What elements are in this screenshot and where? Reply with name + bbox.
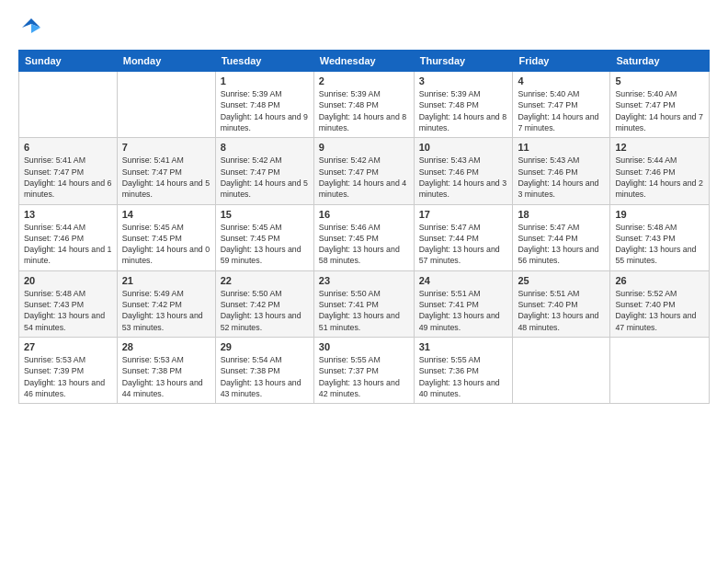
calendar-header-cell: Friday: [513, 51, 610, 72]
day-info: Sunrise: 5:39 AM Sunset: 7:48 PM Dayligh…: [221, 88, 309, 133]
calendar-header-cell: Saturday: [610, 51, 710, 72]
calendar-day-cell: 27Sunrise: 5:53 AM Sunset: 7:39 PM Dayli…: [19, 338, 118, 404]
day-number: 28: [122, 341, 210, 352]
calendar-day-cell: 31Sunrise: 5:55 AM Sunset: 7:36 PM Dayli…: [414, 338, 513, 404]
page: SundayMondayTuesdayWednesdayThursdayFrid…: [0, 0, 728, 563]
day-info: Sunrise: 5:55 AM Sunset: 7:37 PM Dayligh…: [319, 354, 409, 399]
day-number: 1: [221, 75, 309, 86]
calendar-header-cell: Wednesday: [313, 51, 414, 72]
day-number: 10: [419, 142, 508, 153]
day-number: 18: [518, 209, 605, 220]
calendar-day-cell: 29Sunrise: 5:54 AM Sunset: 7:38 PM Dayli…: [215, 338, 313, 404]
day-number: 24: [419, 275, 508, 286]
calendar-week-row: 27Sunrise: 5:53 AM Sunset: 7:39 PM Dayli…: [19, 338, 710, 404]
day-info: Sunrise: 5:44 AM Sunset: 7:46 PM Dayligh…: [615, 155, 704, 200]
day-number: 30: [319, 341, 409, 352]
day-info: Sunrise: 5:40 AM Sunset: 7:47 PM Dayligh…: [615, 88, 704, 133]
day-info: Sunrise: 5:51 AM Sunset: 7:40 PM Dayligh…: [518, 288, 605, 333]
day-number: 27: [24, 341, 112, 352]
day-number: 7: [122, 142, 210, 153]
calendar-day-cell: [19, 72, 118, 138]
day-info: Sunrise: 5:54 AM Sunset: 7:38 PM Dayligh…: [221, 354, 309, 399]
calendar-day-cell: 1Sunrise: 5:39 AM Sunset: 7:48 PM Daylig…: [215, 72, 313, 138]
day-info: Sunrise: 5:50 AM Sunset: 7:41 PM Dayligh…: [319, 288, 409, 333]
day-number: 29: [221, 341, 309, 352]
day-number: 11: [518, 142, 605, 153]
calendar-header-cell: Tuesday: [215, 51, 313, 72]
day-info: Sunrise: 5:48 AM Sunset: 7:43 PM Dayligh…: [615, 222, 704, 267]
day-number: 12: [615, 142, 704, 153]
day-number: 19: [615, 209, 704, 220]
calendar-week-row: 20Sunrise: 5:48 AM Sunset: 7:43 PM Dayli…: [19, 270, 710, 337]
calendar-week-row: 13Sunrise: 5:44 AM Sunset: 7:46 PM Dayli…: [19, 204, 710, 270]
calendar-day-cell: 13Sunrise: 5:44 AM Sunset: 7:46 PM Dayli…: [19, 204, 118, 270]
day-info: Sunrise: 5:53 AM Sunset: 7:39 PM Dayligh…: [24, 354, 112, 399]
logo-icon: [18, 15, 44, 40]
calendar-day-cell: 19Sunrise: 5:48 AM Sunset: 7:43 PM Dayli…: [610, 204, 710, 270]
calendar-header-cell: Sunday: [19, 51, 118, 72]
day-number: 4: [518, 75, 605, 86]
day-info: Sunrise: 5:40 AM Sunset: 7:47 PM Dayligh…: [518, 88, 605, 133]
calendar-week-row: 1Sunrise: 5:39 AM Sunset: 7:48 PM Daylig…: [19, 72, 710, 138]
day-number: 13: [24, 209, 112, 220]
day-number: 16: [319, 209, 409, 220]
day-info: Sunrise: 5:49 AM Sunset: 7:42 PM Dayligh…: [122, 288, 210, 333]
logo: [18, 15, 48, 40]
day-info: Sunrise: 5:47 AM Sunset: 7:44 PM Dayligh…: [419, 222, 508, 267]
calendar-day-cell: 4Sunrise: 5:40 AM Sunset: 7:47 PM Daylig…: [513, 72, 610, 138]
calendar-day-cell: 30Sunrise: 5:55 AM Sunset: 7:37 PM Dayli…: [313, 338, 414, 404]
day-info: Sunrise: 5:44 AM Sunset: 7:46 PM Dayligh…: [24, 222, 112, 267]
day-number: 31: [419, 341, 508, 352]
day-number: 21: [122, 275, 210, 286]
calendar-day-cell: 25Sunrise: 5:51 AM Sunset: 7:40 PM Dayli…: [513, 270, 610, 337]
calendar-day-cell: 7Sunrise: 5:41 AM Sunset: 7:47 PM Daylig…: [117, 138, 215, 204]
calendar-day-cell: 8Sunrise: 5:42 AM Sunset: 7:47 PM Daylig…: [215, 138, 313, 204]
day-number: 5: [615, 75, 704, 86]
calendar-day-cell: 21Sunrise: 5:49 AM Sunset: 7:42 PM Dayli…: [117, 270, 215, 337]
day-info: Sunrise: 5:55 AM Sunset: 7:36 PM Dayligh…: [419, 354, 508, 399]
calendar-header-row: SundayMondayTuesdayWednesdayThursdayFrid…: [19, 51, 710, 72]
calendar-header-cell: Thursday: [414, 51, 513, 72]
day-info: Sunrise: 5:52 AM Sunset: 7:40 PM Dayligh…: [615, 288, 704, 333]
day-info: Sunrise: 5:50 AM Sunset: 7:42 PM Dayligh…: [221, 288, 309, 333]
day-number: 15: [221, 209, 309, 220]
calendar-table: SundayMondayTuesdayWednesdayThursdayFrid…: [18, 50, 710, 404]
calendar-day-cell: 15Sunrise: 5:45 AM Sunset: 7:45 PM Dayli…: [215, 204, 313, 270]
calendar-day-cell: 22Sunrise: 5:50 AM Sunset: 7:42 PM Dayli…: [215, 270, 313, 337]
day-info: Sunrise: 5:39 AM Sunset: 7:48 PM Dayligh…: [319, 88, 409, 133]
calendar-day-cell: 17Sunrise: 5:47 AM Sunset: 7:44 PM Dayli…: [414, 204, 513, 270]
day-info: Sunrise: 5:51 AM Sunset: 7:41 PM Dayligh…: [419, 288, 508, 333]
day-number: 9: [319, 142, 409, 153]
day-info: Sunrise: 5:45 AM Sunset: 7:45 PM Dayligh…: [122, 222, 210, 267]
day-number: 23: [319, 275, 409, 286]
calendar-day-cell: [610, 338, 710, 404]
calendar-day-cell: 2Sunrise: 5:39 AM Sunset: 7:48 PM Daylig…: [313, 72, 414, 138]
day-info: Sunrise: 5:45 AM Sunset: 7:45 PM Dayligh…: [221, 222, 309, 267]
header: [18, 15, 710, 40]
day-number: 22: [221, 275, 309, 286]
day-number: 3: [419, 75, 508, 86]
day-number: 14: [122, 209, 210, 220]
day-number: 20: [24, 275, 112, 286]
day-info: Sunrise: 5:53 AM Sunset: 7:38 PM Dayligh…: [122, 354, 210, 399]
calendar-day-cell: 23Sunrise: 5:50 AM Sunset: 7:41 PM Dayli…: [313, 270, 414, 337]
day-number: 6: [24, 142, 112, 153]
day-info: Sunrise: 5:42 AM Sunset: 7:47 PM Dayligh…: [319, 155, 409, 200]
calendar-day-cell: 3Sunrise: 5:39 AM Sunset: 7:48 PM Daylig…: [414, 72, 513, 138]
day-info: Sunrise: 5:43 AM Sunset: 7:46 PM Dayligh…: [419, 155, 508, 200]
calendar-day-cell: 6Sunrise: 5:41 AM Sunset: 7:47 PM Daylig…: [19, 138, 118, 204]
calendar-day-cell: 5Sunrise: 5:40 AM Sunset: 7:47 PM Daylig…: [610, 72, 710, 138]
calendar-day-cell: 12Sunrise: 5:44 AM Sunset: 7:46 PM Dayli…: [610, 138, 710, 204]
day-info: Sunrise: 5:48 AM Sunset: 7:43 PM Dayligh…: [24, 288, 112, 333]
calendar-day-cell: [513, 338, 610, 404]
calendar-day-cell: [117, 72, 215, 138]
calendar-day-cell: 14Sunrise: 5:45 AM Sunset: 7:45 PM Dayli…: [117, 204, 215, 270]
day-number: 8: [221, 142, 309, 153]
calendar-header-cell: Monday: [117, 51, 215, 72]
calendar-day-cell: 20Sunrise: 5:48 AM Sunset: 7:43 PM Dayli…: [19, 270, 118, 337]
calendar-body: 1Sunrise: 5:39 AM Sunset: 7:48 PM Daylig…: [19, 72, 710, 404]
day-info: Sunrise: 5:46 AM Sunset: 7:45 PM Dayligh…: [319, 222, 409, 267]
calendar-day-cell: 26Sunrise: 5:52 AM Sunset: 7:40 PM Dayli…: [610, 270, 710, 337]
calendar-day-cell: 28Sunrise: 5:53 AM Sunset: 7:38 PM Dayli…: [117, 338, 215, 404]
day-number: 26: [615, 275, 704, 286]
